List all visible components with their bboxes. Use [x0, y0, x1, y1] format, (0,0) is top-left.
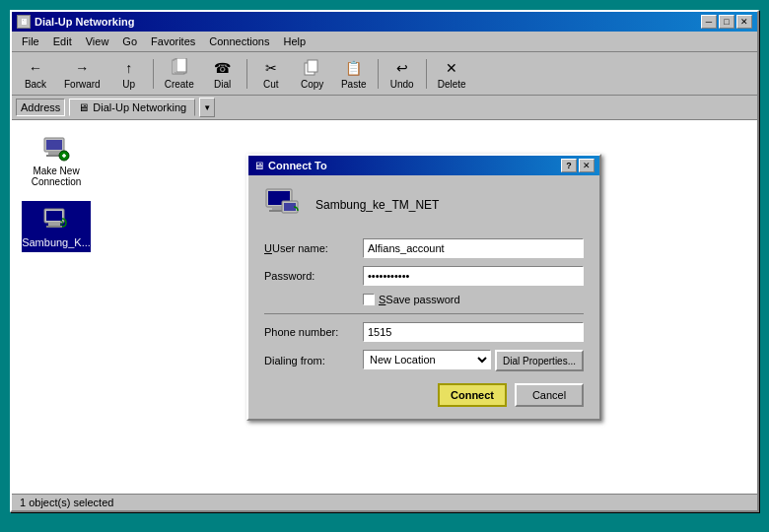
separator-4 [426, 59, 427, 89]
maximize-button[interactable]: □ [719, 15, 734, 29]
cut-label: Cut [263, 79, 279, 90]
dialog-header: Sambung_ke_TM_NET [264, 187, 584, 223]
username-row: UUser name: [264, 238, 584, 258]
form-separator [264, 313, 584, 314]
save-password-row: SSave password [363, 294, 584, 305]
address-dropdown[interactable]: ▼ [199, 98, 215, 117]
create-label: Create [165, 79, 194, 90]
dialog-title-controls: ? ✕ [561, 159, 594, 172]
address-tab: 🖥 Dial-Up Networking [69, 99, 195, 116]
title-bar-left: 🖥 Dial-Up Networking [17, 15, 134, 29]
dial-button[interactable]: ☎ Dial [203, 54, 243, 93]
copy-label: Copy [301, 79, 323, 90]
content-area: Make New Connection Sambung_K... [12, 120, 757, 494]
cut-icon: ✂ [260, 57, 282, 79]
delete-label: Delete [438, 79, 466, 90]
toolbar: ← Back → Forward ↑ Up Create ☎ Dial [12, 52, 757, 96]
svg-rect-4 [308, 60, 317, 72]
back-button[interactable]: ← Back [16, 54, 55, 93]
menu-help[interactable]: Help [277, 33, 312, 49]
dialog-title: Connect To [268, 160, 327, 171]
phone-label: Phone number: [264, 326, 363, 338]
forward-label: Forward [64, 79, 101, 90]
dialing-select[interactable]: New Location [363, 350, 491, 369]
phone-row: Phone number: [264, 322, 584, 342]
undo-button[interactable]: ↩ Undo [383, 54, 422, 93]
save-password-checkbox[interactable] [363, 294, 375, 305]
forward-button[interactable]: → Forward [57, 54, 107, 93]
connect-button[interactable]: Connect [438, 383, 507, 407]
paste-icon: 📋 [343, 57, 365, 79]
menu-edit[interactable]: Edit [47, 33, 78, 49]
dial-label: Dial [214, 79, 231, 90]
title-bar: 🖥 Dial-Up Networking ─ □ ✕ [12, 12, 757, 32]
status-bar: 1 object(s) selected [12, 494, 757, 510]
delete-icon: ✕ [441, 57, 462, 79]
delete-button[interactable]: ✕ Delete [431, 54, 473, 93]
back-label: Back [25, 79, 46, 90]
title-controls: ─ □ ✕ [701, 15, 752, 29]
dialing-row: Dialing from: New Location Dial Properti… [264, 350, 584, 371]
paste-label: Paste [341, 79, 367, 90]
up-button[interactable]: ↑ Up [109, 54, 149, 93]
menu-go[interactable]: Go [116, 33, 143, 49]
cancel-button[interactable]: Cancel [515, 383, 584, 407]
dialog-title-icon: 🖥 [253, 160, 264, 171]
password-label: Password: [264, 270, 363, 282]
minimize-button[interactable]: ─ [701, 15, 717, 29]
dialing-label: Dialing from: [264, 355, 363, 366]
undo-label: Undo [390, 79, 414, 90]
address-bar: Address 🖥 Dial-Up Networking ▼ [12, 96, 757, 120]
dialing-select-container: New Location Dial Properties... [363, 350, 584, 371]
create-icon [169, 57, 190, 79]
status-text: 1 object(s) selected [20, 497, 113, 508]
password-row: Password: [264, 266, 584, 286]
undo-icon: ↩ [391, 57, 413, 79]
address-tab-label: Dial-Up Networking [93, 101, 186, 113]
menu-favorites[interactable]: Favorites [145, 33, 201, 49]
save-password-label: SSave password [379, 294, 460, 305]
paste-button[interactable]: 📋 Paste [334, 54, 374, 93]
window-title: Dial-Up Networking [35, 16, 134, 28]
forward-icon: → [71, 57, 93, 79]
copy-icon [302, 57, 323, 79]
connection-name: Sambung_ke_TM_NET [315, 198, 439, 212]
separator-3 [378, 59, 379, 89]
menu-bar: File Edit View Go Favorites Connections … [12, 32, 757, 52]
username-label: UUser name: [264, 242, 363, 254]
address-tab-icon: 🖥 [78, 101, 89, 113]
separator-2 [246, 59, 247, 89]
username-input[interactable] [363, 238, 584, 258]
menu-file[interactable]: File [16, 33, 45, 49]
dialog-header-icon [264, 187, 304, 223]
connect-to-dialog: 🖥 Connect To ? ✕ [246, 154, 601, 421]
menu-view[interactable]: View [80, 33, 115, 49]
dialog-overlay: 🖥 Connect To ? ✕ [12, 120, 757, 494]
main-window: 🖥 Dial-Up Networking ─ □ ✕ File Edit Vie… [10, 10, 759, 512]
close-button[interactable]: ✕ [736, 15, 752, 29]
dialog-buttons: Connect Cancel [264, 383, 584, 407]
dialog-help-button[interactable]: ? [561, 159, 577, 172]
copy-button[interactable]: Copy [293, 54, 332, 93]
dialog-close-button[interactable]: ✕ [579, 159, 594, 172]
menu-connections[interactable]: Connections [203, 33, 275, 49]
dialog-content: Sambung_ke_TM_NET UUser name: Password: [248, 175, 599, 419]
up-label: Up [122, 79, 135, 90]
password-input[interactable] [363, 266, 584, 286]
svg-rect-2 [176, 58, 186, 72]
dialog-title-bar: 🖥 Connect To ? ✕ [248, 156, 599, 175]
window-icon: 🖥 [17, 15, 31, 29]
up-icon: ↑ [118, 57, 140, 79]
phone-input[interactable] [363, 322, 584, 342]
cut-button[interactable]: ✂ Cut [251, 54, 291, 93]
dial-icon: ☎ [212, 57, 234, 79]
create-button[interactable]: Create [158, 54, 201, 93]
back-icon: ← [25, 57, 46, 79]
address-label: Address [16, 99, 65, 116]
separator-1 [153, 59, 154, 89]
dial-properties-button[interactable]: Dial Properties... [495, 350, 584, 371]
